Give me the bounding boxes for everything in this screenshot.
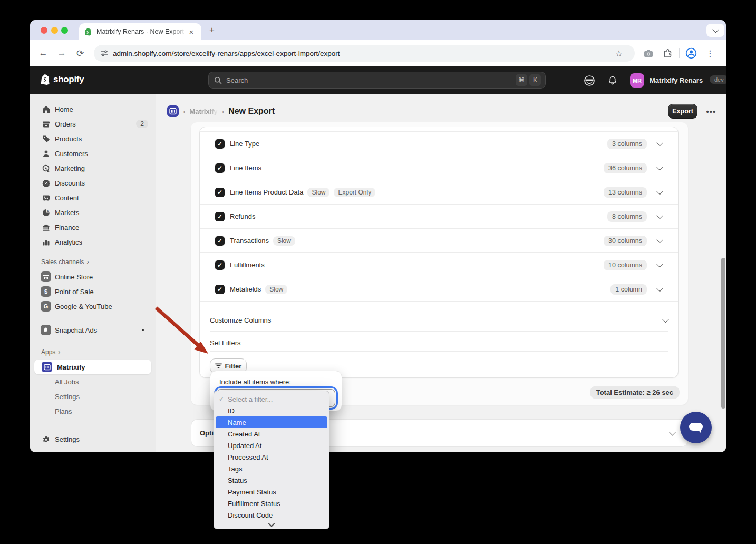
- sidebar-item-all-jobs[interactable]: All Jobs: [30, 374, 156, 389]
- sidebar-item-markets[interactable]: $ Markets: [30, 205, 156, 220]
- filter-option-name[interactable]: Name: [216, 416, 327, 428]
- sidebar-item-settings[interactable]: Settings: [30, 432, 156, 446]
- forward-icon[interactable]: →: [55, 46, 69, 60]
- tab-close-icon[interactable]: ×: [187, 27, 196, 36]
- page-title: New Export: [228, 106, 275, 116]
- notifications-bell-icon[interactable]: [606, 74, 619, 88]
- export-entities-card: ✓ Line Type 3 columns ✓ Line Items 36 co…: [199, 127, 679, 378]
- markets-icon: $: [42, 208, 50, 217]
- sidebar-item-home[interactable]: Home: [30, 102, 156, 116]
- filter-option-select-a-filter[interactable]: ✓Select a filter...: [216, 393, 327, 405]
- filter-option-processed-at[interactable]: Processed At: [216, 451, 327, 463]
- bookmark-star-icon[interactable]: ☆: [612, 46, 626, 60]
- breadcrumb-separator: ›: [222, 108, 224, 115]
- sidebar-item-app-settings[interactable]: Settings: [30, 389, 156, 404]
- sidebar: Home Orders 2 Products Customers M: [30, 94, 156, 452]
- reload-icon[interactable]: ⟳: [73, 46, 87, 60]
- sidebar-item-online-store[interactable]: Online Store: [30, 269, 156, 284]
- shopify-topbar: shopify Search ⌘ K MR Matrixify Renars d…: [30, 66, 726, 94]
- filter-option-created-at[interactable]: Created At: [216, 428, 327, 440]
- tab-search-button[interactable]: [706, 24, 724, 37]
- columns-count-badge: 1 column: [610, 284, 647, 295]
- store-avatar[interactable]: MR: [630, 73, 644, 88]
- extensions-icon[interactable]: [661, 46, 674, 60]
- shopify-favicon: [84, 27, 92, 36]
- sidebar-item-snapchat-ads[interactable]: Snapchat Ads: [30, 323, 156, 337]
- sidebar-item-orders[interactable]: Orders 2: [30, 116, 156, 131]
- new-tab-button[interactable]: +: [206, 24, 218, 36]
- checkbox-checked[interactable]: ✓: [215, 139, 225, 149]
- checkbox-checked[interactable]: ✓: [215, 212, 225, 221]
- filter-option-discount-code[interactable]: Discount Code: [216, 509, 327, 521]
- chevron-right-icon: ›: [58, 348, 60, 356]
- snapchat-notification-dot: [142, 329, 144, 331]
- sidebar-item-products[interactable]: Products: [30, 131, 156, 146]
- more-actions-button[interactable]: •••: [704, 104, 719, 119]
- menu-scroll-chevron-down-icon[interactable]: [214, 523, 329, 527]
- export-only-badge: Export Only: [334, 188, 375, 197]
- filter-option-id[interactable]: ID: [216, 405, 327, 416]
- sidebar-item-content[interactable]: Content: [30, 190, 156, 205]
- address-bar[interactable]: admin.shopify.com/store/excelify-renars/…: [94, 45, 635, 62]
- env-badge: dev: [710, 75, 726, 84]
- discounts-icon: [42, 179, 50, 187]
- sidebar-item-customers[interactable]: Customers: [30, 146, 156, 161]
- sidebar-item-plans[interactable]: Plans: [30, 404, 156, 419]
- finance-bank-icon: [42, 223, 50, 231]
- sidebar-item-matrixify[interactable]: Matrixify: [34, 360, 151, 374]
- checkbox-checked[interactable]: ✓: [215, 163, 225, 173]
- chevron-down-icon[interactable]: [656, 188, 663, 195]
- chevron-down-icon[interactable]: [656, 261, 663, 268]
- sidebar-item-marketing[interactable]: Marketing: [30, 161, 156, 176]
- checkbox-checked[interactable]: ✓: [215, 236, 225, 246]
- page-scrollbar[interactable]: [721, 258, 725, 409]
- zoom-window-button[interactable]: [61, 27, 68, 34]
- orders-icon: [42, 120, 50, 128]
- site-info-icon[interactable]: [100, 49, 109, 57]
- filter-option-tags[interactable]: Tags: [216, 463, 327, 474]
- browser-menu-kebab-icon[interactable]: ⋮: [703, 46, 717, 60]
- chevron-down-icon[interactable]: [656, 237, 663, 244]
- browser-tab[interactable]: Matrixify Renars · New Export ×: [79, 23, 201, 40]
- breadcrumb-app-link[interactable]: Matrixify: [189, 108, 217, 115]
- point-of-sale-icon: $: [41, 286, 51, 297]
- camera-icon[interactable]: [642, 46, 655, 60]
- shopify-logo: shopify: [41, 74, 84, 85]
- search-input[interactable]: Search ⌘ K: [208, 72, 546, 89]
- filter-option-payment-status[interactable]: Payment Status: [216, 486, 327, 498]
- sidebar-item-point-of-sale[interactable]: $ Point of Sale: [30, 284, 156, 299]
- entity-row-line-items: ✓ Line Items 36 columns: [200, 156, 678, 180]
- apps-header[interactable]: Apps ›: [30, 347, 156, 357]
- chevron-down-icon[interactable]: [656, 140, 663, 147]
- browser-window: Matrixify Renars · New Export × + ← → ⟳ …: [30, 20, 726, 452]
- checkbox-checked[interactable]: ✓: [215, 285, 225, 294]
- chevron-down-icon[interactable]: [656, 164, 663, 171]
- checkbox-checked[interactable]: ✓: [215, 260, 225, 270]
- orders-count-badge: 2: [136, 120, 148, 128]
- filter-option-fulfillment-status[interactable]: Fulfillment Status: [216, 498, 327, 509]
- chat-widget-button[interactable]: [680, 412, 712, 443]
- analytics-bars-icon: [42, 238, 50, 246]
- chat-bubble-icon: [688, 420, 704, 435]
- content-icon: [42, 193, 50, 202]
- back-icon[interactable]: ←: [36, 46, 50, 60]
- customize-columns-section[interactable]: Customize Columns: [210, 302, 668, 332]
- marketing-icon: [42, 164, 50, 172]
- export-button[interactable]: Export: [668, 104, 697, 119]
- profile-icon[interactable]: [684, 46, 698, 60]
- admin-assistant-icon[interactable]: [583, 74, 596, 88]
- filter-option-status[interactable]: Status: [216, 474, 327, 486]
- sidebar-item-finance[interactable]: Finance: [30, 220, 156, 235]
- chevron-down-icon[interactable]: [656, 285, 663, 292]
- sidebar-item-analytics[interactable]: Analytics: [30, 235, 156, 249]
- sidebar-item-discounts[interactable]: Discounts: [30, 176, 156, 190]
- minimize-window-button[interactable]: [51, 27, 58, 34]
- close-window-button[interactable]: [41, 27, 47, 34]
- filter-option-updated-at[interactable]: Updated At: [216, 440, 327, 451]
- chevron-down-icon[interactable]: [656, 212, 663, 219]
- search-icon: [214, 76, 222, 84]
- checkbox-checked[interactable]: ✓: [215, 188, 225, 197]
- store-name[interactable]: Matrixify Renars: [650, 76, 703, 84]
- sales-channels-header[interactable]: Sales channels ›: [30, 257, 156, 267]
- sidebar-item-google-youtube[interactable]: G Google & YouTube: [30, 299, 156, 314]
